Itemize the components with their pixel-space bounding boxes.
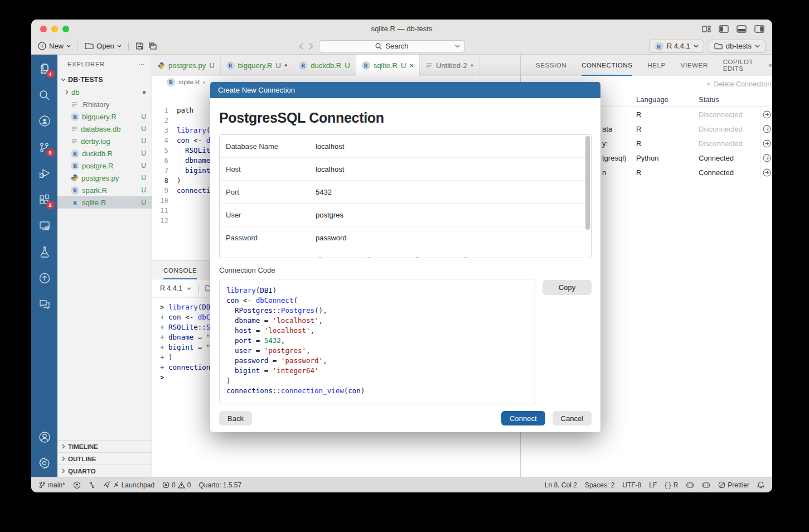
tab-console[interactable]: CONSOLE (163, 267, 197, 279)
tab-connections[interactable]: CONNECTIONS (582, 55, 632, 76)
password-input[interactable]: password (316, 234, 347, 242)
problems-button[interactable]: 0 0 (162, 481, 191, 489)
sidebar-item-sqlite-r[interactable]: R sqlite.R U (57, 196, 152, 209)
sidebar-item-database-db[interactable]: database.db U (57, 123, 152, 135)
port-input[interactable]: 5432 (316, 188, 332, 196)
chevron-right-icon (62, 468, 65, 473)
minimize-window-button[interactable] (51, 26, 58, 32)
plug-icon (113, 482, 119, 489)
sidebar-item-postgres-py[interactable]: postgres.py U (57, 172, 152, 184)
tab-sqlite-r[interactable]: R sqlite.RU × (356, 55, 420, 76)
console-r-version[interactable]: R 4.4.1 (160, 284, 182, 292)
cursor-position[interactable]: Ln 8, Col 2 (545, 481, 577, 489)
sidebar-item-duckdb-r[interactable]: R duckdb.R U (57, 147, 152, 159)
sidebar-item-db-folder[interactable]: db ● (57, 86, 152, 98)
tab-copilot-edits[interactable]: COPILOT EDITS (723, 55, 753, 76)
outline-section[interactable]: OUTLINE (57, 452, 152, 465)
chevron-down-icon[interactable] (455, 45, 460, 48)
publish-icon[interactable] (35, 269, 54, 288)
close-panel-icon[interactable]: × (768, 62, 772, 69)
connect-button[interactable]: Connect (501, 411, 545, 425)
zoom-window-button[interactable] (62, 26, 69, 32)
workspace-selector[interactable]: db-tests (709, 40, 766, 53)
form-scrollbar[interactable] (585, 136, 590, 257)
testing-icon[interactable] (35, 243, 54, 262)
save-all-icon[interactable] (148, 42, 158, 50)
sidebar-item-derby-log[interactable]: derby.log U (57, 135, 152, 147)
copilot-edits-icon[interactable] (702, 481, 710, 489)
encoding[interactable]: UTF-8 (622, 481, 641, 489)
navigate-forward-icon[interactable] (309, 43, 313, 50)
toggle-right-panel-icon[interactable] (754, 25, 764, 33)
formatter-button[interactable]: Prettier (718, 481, 749, 489)
cancel-button[interactable]: Cancel (553, 411, 592, 425)
copilot-icon[interactable] (686, 481, 694, 489)
tab-untitled-2[interactable]: Untitled-2 ● (420, 55, 479, 76)
open-connection-icon[interactable] (760, 122, 772, 136)
customize-layout-icon[interactable] (702, 25, 711, 33)
settings-gear-icon[interactable] (35, 453, 54, 472)
sync-changes-icon[interactable] (73, 481, 81, 489)
new-button[interactable]: New (38, 42, 71, 50)
sidebar-item-postgre-r[interactable]: R postgre.R U (57, 159, 152, 172)
status-badge: Disconnected (699, 125, 760, 133)
tab-duckdb-r[interactable]: R duckdb.RU (293, 55, 356, 76)
user-input[interactable]: postgres (316, 211, 343, 219)
source-control-icon[interactable]: 9 (35, 138, 54, 157)
sidebar-item-spark-r[interactable]: R spark.R U (57, 184, 152, 196)
language-mode[interactable]: { } R (665, 481, 678, 489)
status-badge: Connected (699, 154, 760, 162)
close-tab-icon[interactable]: × (409, 61, 414, 70)
radio-button[interactable] (365, 257, 372, 258)
github-icon[interactable] (35, 112, 54, 130)
quarto-version[interactable]: Quarto: 1.5.57 (198, 481, 241, 489)
navigate-back-icon[interactable] (299, 43, 303, 50)
radio-button[interactable] (414, 257, 421, 258)
r-interpreter-selector[interactable]: R R 4.4.1 (649, 40, 704, 53)
host-input[interactable]: localhost (316, 165, 344, 173)
open-connection-icon[interactable] (760, 136, 772, 151)
explorer-actions-button[interactable]: ⋯ (138, 61, 145, 68)
tab-bigquery-r[interactable]: R bigquery.RU ● (221, 55, 294, 76)
timeline-section[interactable]: TIMELINE (57, 440, 152, 452)
explorer-icon[interactable]: 4 (35, 59, 54, 78)
remote-explorer-icon[interactable] (35, 216, 54, 235)
tab-postgres-py[interactable]: postgres.pyU (152, 55, 221, 76)
toggle-left-panel-icon[interactable] (719, 25, 729, 33)
indentation[interactable]: Spaces: 2 (585, 481, 614, 489)
tab-viewer[interactable]: VIEWER (681, 55, 708, 76)
copy-button[interactable]: Copy (542, 280, 592, 295)
save-icon[interactable] (135, 42, 144, 50)
extensions-icon[interactable]: 2 (35, 190, 54, 209)
dialog-title-bar[interactable]: Create New Connection (210, 82, 600, 98)
open-button-label: Open (96, 42, 114, 50)
delete-connection-button[interactable]: Delete Connection (714, 80, 771, 88)
run-debug-icon[interactable] (35, 164, 54, 183)
radio-button[interactable] (462, 257, 469, 258)
launchpad-button[interactable]: Launchpad (103, 481, 154, 489)
open-button[interactable]: Open (85, 42, 122, 50)
toggle-bottom-panel-icon[interactable] (737, 25, 747, 33)
account-icon[interactable] (35, 428, 54, 447)
close-window-button[interactable] (40, 26, 47, 32)
open-connection-icon[interactable] (760, 165, 772, 180)
sidebar-item-bigquery-r[interactable]: R bigquery.R U (57, 110, 152, 123)
search-input[interactable]: Search (319, 40, 465, 52)
search-view-icon[interactable] (35, 85, 54, 104)
git-graph-icon[interactable] (89, 481, 95, 489)
radio-button[interactable] (317, 257, 324, 258)
open-connection-icon[interactable] (760, 151, 772, 165)
comments-icon[interactable] (35, 295, 54, 314)
git-branch-button[interactable]: main* (39, 481, 65, 489)
sidebar-item-rhistory[interactable]: .Rhistory (57, 98, 152, 110)
notifications-bell-icon[interactable] (757, 481, 764, 489)
eol-sequence[interactable]: LF (649, 481, 657, 489)
quarto-section[interactable]: QUARTO (57, 465, 152, 477)
tab-help[interactable]: HELP (647, 55, 665, 76)
r-logo-icon: R (655, 42, 663, 51)
workspace-root-item[interactable]: DB-TESTS (57, 74, 152, 86)
back-button[interactable]: Back (219, 411, 252, 425)
database-name-input[interactable]: localhost (316, 142, 344, 151)
tab-session[interactable]: SESSION (536, 55, 566, 76)
open-connection-icon[interactable] (760, 107, 772, 122)
